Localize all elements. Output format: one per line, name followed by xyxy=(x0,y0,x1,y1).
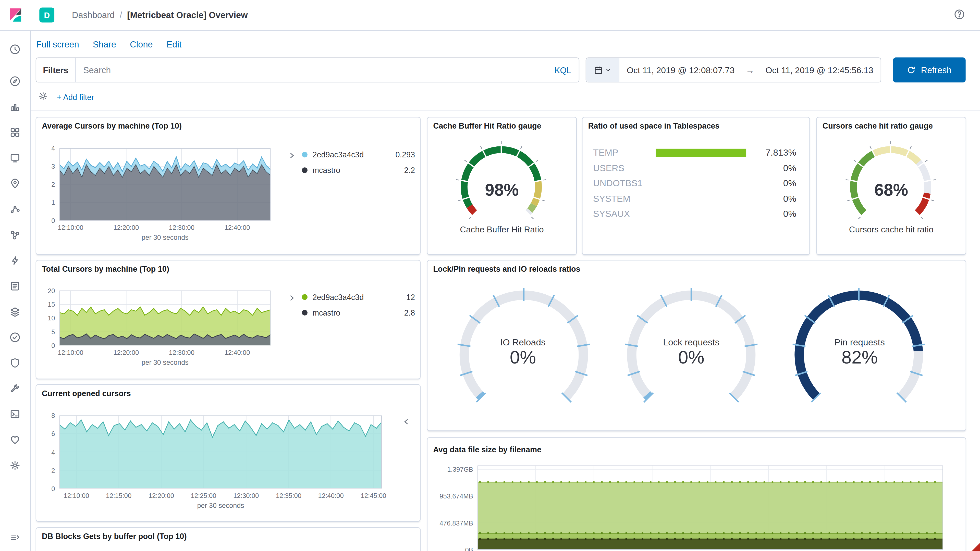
x-tick-label: 12:25:00 xyxy=(183,492,224,499)
breadcrumb-separator: / xyxy=(120,10,122,20)
sidebar-item-apm[interactable] xyxy=(5,251,25,270)
calendar-button[interactable] xyxy=(586,58,619,82)
gauge-name: Pin requests xyxy=(835,337,885,347)
legend-label: 2ed9ac3a4c3d xyxy=(312,150,395,159)
panel-lock-pin-gauges: Lock/Pin requests and IO reloads ratios … xyxy=(427,260,966,431)
y-tick-label: 476.837MB xyxy=(428,519,473,527)
legend-toggle-icon[interactable] xyxy=(288,294,296,303)
sidebar-item-recently-viewed[interactable] xyxy=(5,39,25,59)
tablespace-name: SYSTEM xyxy=(593,194,655,203)
menu-edit[interactable]: Edit xyxy=(166,39,181,49)
dashboard-icon xyxy=(10,127,21,138)
maps-icon xyxy=(10,178,21,189)
nav-collapse-button[interactable] xyxy=(5,529,25,546)
legend-item[interactable]: mcastro 2.2 xyxy=(302,162,415,178)
filters-button[interactable]: Filters xyxy=(36,58,76,82)
refresh-icon xyxy=(907,65,916,74)
gauge-value: 0% xyxy=(510,348,536,368)
x-tick-label: 12:45:00 xyxy=(353,492,393,499)
legend-label: mcastro xyxy=(312,308,404,317)
y-tick-label: 20 xyxy=(36,287,55,294)
avg-data-file-chart: 1.397GB953.674MB476.837MB0B xyxy=(428,438,966,551)
x-tick-label: 12:20:00 xyxy=(106,349,146,356)
tablespace-row: USERS 0% xyxy=(582,160,809,176)
menu-full-screen[interactable]: Full screen xyxy=(36,39,79,49)
panel-title: Ratio of used space in Tablespaces xyxy=(588,122,719,130)
panel-cache-buffer-gauge: Cache Buffer Hit Ratio gauge 98% Cache B… xyxy=(427,117,577,255)
sidebar-item-management[interactable] xyxy=(5,455,25,475)
space-badge[interactable]: D xyxy=(39,7,54,22)
sidebar-item-machine-learning[interactable] xyxy=(5,199,25,219)
x-tick-label: 12:30:00 xyxy=(162,349,202,356)
sidebar-item-discover[interactable] xyxy=(5,71,25,91)
legend-expand-icon[interactable] xyxy=(402,417,410,427)
x-tick-label: 12:15:00 xyxy=(99,492,139,499)
search-input[interactable] xyxy=(76,65,554,75)
sidebar-item-stack-monitoring[interactable] xyxy=(5,430,25,450)
gauge-value: 68% xyxy=(817,181,966,200)
gauge-value: 0% xyxy=(678,348,704,368)
menu-share[interactable]: Share xyxy=(93,39,116,49)
sidebar-item-canvas[interactable] xyxy=(5,148,25,168)
sidebar-item-dashboard[interactable] xyxy=(5,122,25,142)
y-tick-label: 1.397GB xyxy=(428,465,473,473)
series-color-dot xyxy=(302,294,307,300)
legend-item[interactable]: 2ed9ac3a4c3d 0.293 xyxy=(302,147,415,162)
refresh-label: Refresh xyxy=(921,65,952,75)
avg-file-plot xyxy=(477,465,943,550)
panel-tablespaces: Ratio of used space in Tablespaces TEMP … xyxy=(582,117,810,255)
sidebar-item-dev-tools[interactable] xyxy=(5,379,25,399)
menu-clone[interactable]: Clone xyxy=(130,39,153,49)
chevron-down-icon xyxy=(605,67,611,73)
breadcrumb-dashboard[interactable]: Dashboard xyxy=(72,10,115,20)
y-tick-label: 6 xyxy=(36,430,55,437)
visualize-icon xyxy=(10,101,21,113)
timeseries-plot xyxy=(59,148,271,221)
gauge-name: Lock requests xyxy=(663,337,719,347)
date-start[interactable]: Oct 11, 2019 @ 12:08:07.73 xyxy=(619,65,742,75)
legend-label: 2ed9ac3a4c3d xyxy=(312,292,406,301)
x-tick-label: 12:10:00 xyxy=(51,224,91,231)
kql-button[interactable]: KQL xyxy=(554,65,579,75)
x-tick-label: 12:35:00 xyxy=(269,492,309,499)
x-tick-label: 12:10:00 xyxy=(51,349,91,356)
kibana-logo[interactable] xyxy=(0,0,30,30)
tablespace-name: UNDOTBS1 xyxy=(593,178,655,188)
top-header-bar: D Dashboard / [Metricbeat Oracle] Overvi… xyxy=(0,0,980,30)
usage-bar-zone xyxy=(655,210,756,218)
sidebar-item-graph[interactable] xyxy=(5,225,25,245)
gauge-value: 82% xyxy=(842,348,878,368)
panel-avg-data-file-size: Avg data file size by filename 1.397GB95… xyxy=(427,437,966,551)
y-tick-label: 3 xyxy=(36,162,55,170)
panel-title: Cursors cache hit ratio gauge xyxy=(822,122,933,130)
sidebar-item-logs[interactable] xyxy=(5,276,25,296)
x-tick-label: 12:40:00 xyxy=(217,224,257,231)
sidebar-item-maps[interactable] xyxy=(5,174,25,194)
sidebar-item-metrics[interactable] xyxy=(5,302,25,322)
help-icon[interactable] xyxy=(954,8,965,21)
legend-item[interactable]: mcastro 2.8 xyxy=(302,305,415,321)
graph-icon xyxy=(10,229,21,241)
legend-item[interactable]: 2ed9ac3a4c3d 12 xyxy=(302,289,415,305)
y-tick-label: 10 xyxy=(36,314,55,322)
gauge-name: IO Reloads xyxy=(500,337,546,347)
canvas-icon xyxy=(10,152,21,164)
y-tick-label: 15 xyxy=(36,300,55,308)
refresh-button[interactable]: Refresh xyxy=(893,57,966,83)
date-end[interactable]: Oct 11, 2019 @ 12:45:56.13 xyxy=(758,65,881,75)
x-axis-title: per 30 seconds xyxy=(59,502,382,509)
gauge-label: Cursors cache hit ratio xyxy=(817,225,966,234)
sidebar-item-siem[interactable] xyxy=(5,353,25,373)
legend-toggle-icon[interactable] xyxy=(288,151,296,161)
add-filter-link[interactable]: + Add filter xyxy=(57,93,94,102)
filter-settings-gear-icon[interactable] xyxy=(38,91,48,103)
series-color-dot xyxy=(302,310,307,316)
dashboard-menu: Full screen Share Clone Edit xyxy=(30,30,980,57)
sidebar-item-uptime[interactable] xyxy=(5,327,25,347)
sidebar-item-console[interactable] xyxy=(5,404,25,424)
usage-bar xyxy=(655,148,746,157)
y-tick-label: 8 xyxy=(36,412,55,419)
gauge-value: 98% xyxy=(428,181,576,200)
usage-bar-zone xyxy=(655,179,756,187)
sidebar-item-visualize[interactable] xyxy=(5,97,25,117)
